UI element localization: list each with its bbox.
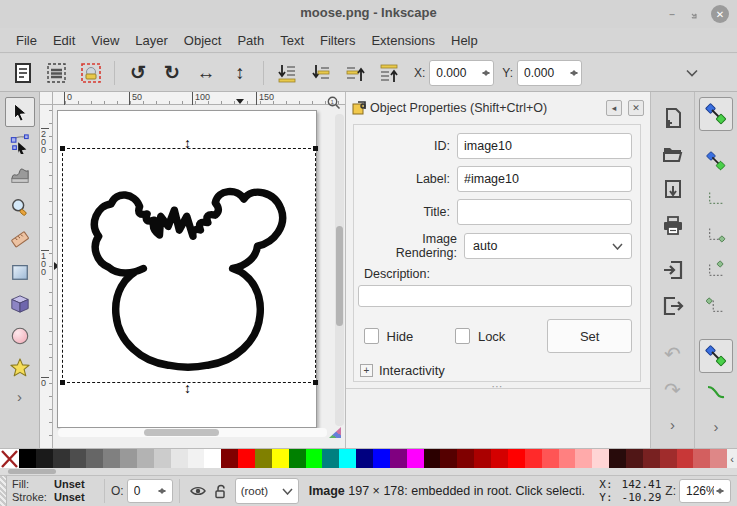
opacity-spinbox[interactable] (127, 479, 173, 503)
toolbox-more-button[interactable]: › (17, 388, 22, 405)
star-tool-button[interactable] (5, 353, 35, 383)
palette-swatch[interactable] (575, 449, 592, 468)
palette-swatch[interactable] (407, 449, 424, 468)
palette-swatch[interactable] (559, 449, 576, 468)
select-all-button[interactable] (8, 58, 38, 88)
zoom-tool-button[interactable] (5, 193, 35, 223)
description-field[interactable] (358, 285, 632, 307)
menu-extensions[interactable]: Extensions (363, 30, 443, 51)
scale-handle-bottom[interactable]: ↕ (184, 381, 191, 395)
menu-help[interactable]: Help (443, 30, 486, 51)
palette-swatch[interactable] (542, 449, 559, 468)
menu-filters[interactable]: Filters (312, 30, 363, 51)
palette-scrollbar[interactable] (0, 468, 737, 475)
rotate-cw-button[interactable]: ↻ (157, 58, 187, 88)
palette-swatch[interactable] (137, 449, 154, 468)
spinner-arrows-icon[interactable] (716, 484, 724, 498)
menu-text[interactable]: Text (272, 30, 312, 51)
flip-vertical-button[interactable]: ↕ (225, 58, 255, 88)
snap-bbox-edges-toggle[interactable] (699, 180, 733, 214)
toolbar-overflow-button[interactable] (677, 58, 707, 88)
palette-swatch[interactable] (390, 449, 407, 468)
palette-swatch[interactable] (36, 449, 53, 468)
palette-swatch[interactable] (70, 449, 87, 468)
print-button[interactable] (657, 210, 689, 242)
expander-plus-icon[interactable]: + (360, 364, 373, 377)
raise-to-top-button[interactable] (374, 58, 404, 88)
scrollbar-thumb[interactable] (336, 226, 343, 326)
lower-to-bottom-button[interactable] (272, 58, 302, 88)
menu-edit[interactable]: Edit (45, 30, 83, 51)
spinner-arrows-icon[interactable] (158, 484, 166, 498)
vertical-ruler[interactable]: 200 100 0 (40, 105, 53, 448)
palette-swatch[interactable] (306, 449, 323, 468)
zoom-drawing-button[interactable]: 1 (325, 94, 342, 111)
palette-swatch[interactable] (660, 449, 677, 468)
horizontal-ruler[interactable]: 0 50 100 150 (53, 92, 345, 105)
fill-stroke-swatch[interactable] (0, 476, 7, 506)
palette-swatch[interactable] (356, 449, 373, 468)
palette-swatch[interactable] (339, 449, 356, 468)
close-button[interactable]: ✕ (711, 5, 729, 23)
flip-horizontal-button[interactable]: ↔ (191, 58, 221, 88)
layer-visibility-toggle[interactable] (190, 485, 206, 497)
palette-swatch[interactable] (525, 449, 542, 468)
palette-swatch[interactable] (53, 449, 70, 468)
zoom-input[interactable] (686, 484, 714, 498)
selector-tool-button[interactable] (5, 97, 35, 127)
title-field[interactable] (457, 199, 632, 225)
scrollbar-thumb[interactable] (8, 469, 56, 474)
vertical-scrollbar[interactable] (335, 114, 344, 426)
palette-swatch[interactable] (424, 449, 441, 468)
selection-corner-handle[interactable] (313, 380, 318, 385)
palette-swatch[interactable] (19, 449, 36, 468)
menu-layer[interactable]: Layer (127, 30, 176, 51)
box3d-tool-button[interactable] (5, 289, 35, 319)
palette-swatch[interactable] (677, 449, 694, 468)
palette-swatch[interactable] (120, 449, 137, 468)
spinner-arrows-icon[interactable] (570, 66, 578, 80)
current-layer-dropdown[interactable]: (root) (235, 478, 299, 504)
scale-handle-top[interactable]: ↕ (184, 136, 191, 150)
palette-swatch[interactable] (188, 449, 205, 468)
palette-swatch[interactable] (710, 449, 727, 468)
palette-swatch[interactable] (221, 449, 238, 468)
opacity-input[interactable] (134, 484, 156, 498)
panel-close-button[interactable]: ✕ (628, 100, 644, 116)
fill-stroke-indicator[interactable]: Fill: Unset Stroke: Unset (12, 478, 98, 504)
hide-checkbox[interactable] (364, 328, 379, 344)
selection-corner-handle[interactable] (313, 146, 318, 151)
menu-path[interactable]: Path (229, 30, 272, 51)
palette-swatch[interactable] (643, 449, 660, 468)
palette-swatch[interactable] (238, 449, 255, 468)
image-rendering-dropdown[interactable]: auto (464, 233, 632, 259)
palette-swatch[interactable] (289, 449, 306, 468)
tweak-tool-button[interactable] (5, 161, 35, 191)
color-managed-display-toggle[interactable] (328, 425, 343, 440)
y-input[interactable] (524, 66, 568, 80)
palette-swatch[interactable] (491, 449, 508, 468)
set-button[interactable]: Set (547, 319, 632, 353)
raise-one-step-button[interactable] (340, 58, 370, 88)
minimize-button[interactable]: – (663, 5, 681, 23)
snap-nodes-toggle[interactable] (699, 339, 733, 373)
palette-scroll-left-button[interactable]: ‹ (727, 449, 737, 468)
palette-swatch[interactable] (373, 449, 390, 468)
redo-button[interactable]: ↷ (657, 374, 689, 406)
palette-swatch[interactable] (609, 449, 626, 468)
palette-swatch[interactable] (474, 449, 491, 468)
palette-swatch[interactable] (103, 449, 120, 468)
undo-button[interactable]: ↶ (657, 338, 689, 370)
snap-edge-midpoints-toggle[interactable] (699, 252, 733, 286)
horizontal-scrollbar[interactable] (58, 428, 327, 437)
new-document-button[interactable] (657, 102, 689, 134)
open-document-button[interactable] (657, 138, 689, 170)
palette-swatch[interactable] (457, 449, 474, 468)
palette-swatch[interactable] (440, 449, 457, 468)
panel-dock-button[interactable]: ◂ (606, 100, 622, 116)
lock-checkbox[interactable] (455, 328, 470, 344)
palette-swatch[interactable] (592, 449, 609, 468)
rectangle-tool-button[interactable] (5, 257, 35, 287)
palette-swatch[interactable] (693, 449, 710, 468)
palette-swatch[interactable] (508, 449, 525, 468)
